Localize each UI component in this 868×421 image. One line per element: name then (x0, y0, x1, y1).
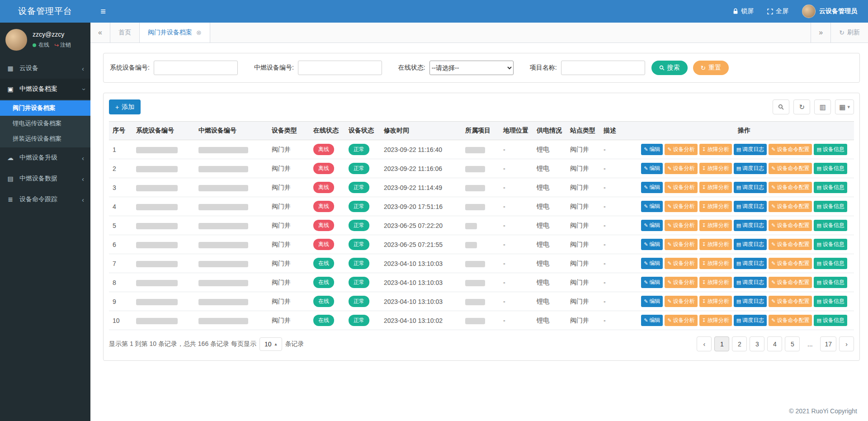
action-edit-button[interactable]: ✎编辑 (641, 239, 663, 250)
action-device-command-config-button[interactable]: ✎设备命令配置 (769, 277, 812, 288)
action-device-info-button[interactable]: ▤设备信息 (814, 201, 847, 212)
reset-button[interactable]: ↻ 重置 (693, 61, 729, 75)
sidebar-item-device-upgrade[interactable]: ☁ 中燃设备升级 ‹ (0, 147, 90, 168)
action-device-info-button[interactable]: ▤设备信息 (814, 258, 847, 269)
tab-valve-well-archive[interactable]: 阀门井设备档案 ⊗ (140, 23, 210, 43)
action-edit-button[interactable]: ✎编辑 (641, 315, 663, 326)
toolbar-refresh-button[interactable]: ↻ (793, 99, 810, 114)
action-dispatch-log-button[interactable]: ▤调度日志 (734, 182, 767, 193)
action-device-info-button[interactable]: ▤设备信息 (814, 182, 847, 193)
action-fault-analysis-button[interactable]: ↧故障分析 (699, 277, 732, 288)
action-device-info-button[interactable]: ▤设备信息 (814, 144, 847, 155)
tabs-scroll-right-button[interactable]: » (811, 23, 830, 43)
page-button-4[interactable]: 4 (767, 336, 782, 351)
tab-home[interactable]: 首页 (110, 23, 140, 43)
sidebar-item-device-data[interactable]: ▤ 中燃设备数据 ‹ (0, 168, 90, 189)
action-device-analysis-button[interactable]: ✎设备分析 (665, 220, 697, 231)
action-device-info-button[interactable]: ▤设备信息 (814, 163, 847, 174)
action-device-command-config-button[interactable]: ✎设备命令配置 (769, 258, 812, 269)
system-device-no-input[interactable] (154, 61, 238, 75)
sidebar-item-command-track[interactable]: ≣ 设备命令跟踪 ‹ (0, 189, 90, 210)
action-fault-analysis-button[interactable]: ↧故障分析 (699, 201, 732, 212)
action-device-info-button[interactable]: ▤设备信息 (814, 277, 847, 288)
search-button[interactable]: 搜索 (651, 61, 688, 75)
zhongran-device-no-input[interactable] (298, 61, 382, 75)
sidebar-toggle-button[interactable]: ≡ (90, 0, 116, 23)
action-edit-button[interactable]: ✎编辑 (641, 258, 663, 269)
action-fault-analysis-button[interactable]: ↧故障分析 (699, 182, 732, 193)
online-status-select[interactable]: --请选择-- (429, 61, 514, 75)
action-device-command-config-button[interactable]: ✎设备命令配置 (769, 144, 812, 155)
action-device-info-button[interactable]: ▤设备信息 (814, 296, 847, 307)
action-fault-analysis-button[interactable]: ↧故障分析 (699, 163, 732, 174)
action-device-command-config-button[interactable]: ✎设备命令配置 (769, 163, 812, 174)
cell-project (462, 311, 500, 330)
page-button-1[interactable]: 1 (714, 336, 729, 351)
action-dispatch-log-button[interactable]: ▤调度日志 (734, 296, 767, 307)
user-menu[interactable]: 云设备管理员 (802, 5, 857, 18)
sidebar-item-assembled-remote-archive[interactable]: 拼装远传设备档案 (0, 131, 90, 147)
action-edit-button[interactable]: ✎编辑 (641, 220, 663, 231)
action-device-analysis-button[interactable]: ✎设备分析 (665, 239, 697, 250)
lock-screen-button[interactable]: 锁屏 (733, 7, 754, 15)
action-device-analysis-button[interactable]: ✎设备分析 (665, 163, 697, 174)
page-button-5[interactable]: 5 (785, 336, 800, 351)
action-dispatch-log-button[interactable]: ▤调度日志 (734, 163, 767, 174)
fullscreen-button[interactable]: 全屏 (767, 7, 788, 15)
toolbar-card-view-button[interactable]: ▥ (814, 99, 831, 114)
action-dispatch-log-button[interactable]: ▤调度日志 (734, 277, 767, 288)
refresh-tab-button[interactable]: ↻ 刷新 (830, 23, 868, 43)
action-edit-button[interactable]: ✎编辑 (641, 201, 663, 212)
action-dispatch-log-button[interactable]: ▤调度日志 (734, 144, 767, 155)
action-device-command-config-button[interactable]: ✎设备命令配置 (769, 315, 812, 326)
toolbar-search-button[interactable] (773, 99, 789, 114)
action-device-analysis-button[interactable]: ✎设备分析 (665, 144, 697, 155)
action-dispatch-log-button[interactable]: ▤调度日志 (734, 315, 767, 326)
action-edit-button[interactable]: ✎编辑 (641, 163, 663, 174)
sidebar-item-lithium-remote-archive[interactable]: 锂电远传设备档案 (0, 116, 90, 131)
action-device-command-config-button[interactable]: ✎设备命令配置 (769, 201, 812, 212)
action-fault-analysis-button[interactable]: ↧故障分析 (699, 220, 732, 231)
action-device-command-config-button[interactable]: ✎设备命令配置 (769, 220, 812, 231)
page-next-button[interactable]: › (839, 336, 854, 351)
action-dispatch-log-button[interactable]: ▤调度日志 (734, 220, 767, 231)
action-edit-button[interactable]: ✎编辑 (641, 182, 663, 193)
logout-link[interactable]: ↪ 注销 (54, 41, 71, 49)
sidebar-item-valve-well-archive[interactable]: 阀门井设备档案 (0, 100, 90, 116)
action-device-info-button[interactable]: ▤设备信息 (814, 315, 847, 326)
sidebar-item-zhongran-archive[interactable]: ▣ 中燃设备档案 ‹ (0, 79, 90, 99)
action-fault-analysis-button[interactable]: ↧故障分析 (699, 239, 732, 250)
action-device-analysis-button[interactable]: ✎设备分析 (665, 315, 697, 326)
action-device-analysis-button[interactable]: ✎设备分析 (665, 277, 697, 288)
page-size-select[interactable]: 10 ▴ (259, 337, 282, 351)
action-device-analysis-button[interactable]: ✎设备分析 (665, 201, 697, 212)
action-fault-analysis-button[interactable]: ↧故障分析 (699, 315, 732, 326)
action-device-analysis-button[interactable]: ✎设备分析 (665, 258, 697, 269)
action-fault-analysis-button[interactable]: ↧故障分析 (699, 144, 732, 155)
action-dispatch-log-button[interactable]: ▤调度日志 (734, 201, 767, 212)
page-button-3[interactable]: 3 (750, 336, 764, 351)
action-device-info-button[interactable]: ▤设备信息 (814, 220, 847, 231)
action-edit-button[interactable]: ✎编辑 (641, 277, 663, 288)
action-fault-analysis-button[interactable]: ↧故障分析 (699, 258, 732, 269)
action-device-command-config-button[interactable]: ✎设备命令配置 (769, 296, 812, 307)
add-button[interactable]: + 添加 (109, 99, 141, 114)
action-edit-button[interactable]: ✎编辑 (641, 296, 663, 307)
action-device-analysis-button[interactable]: ✎设备分析 (665, 182, 697, 193)
page-button-17[interactable]: 17 (820, 336, 836, 351)
page-prev-button[interactable]: ‹ (697, 336, 712, 351)
project-name-input[interactable] (561, 61, 645, 75)
action-device-info-button[interactable]: ▤设备信息 (814, 239, 847, 250)
action-dispatch-log-button[interactable]: ▤调度日志 (734, 258, 767, 269)
tabs-scroll-left-button[interactable]: « (90, 23, 110, 43)
action-device-analysis-button[interactable]: ✎设备分析 (665, 296, 697, 307)
page-button-2[interactable]: 2 (732, 336, 747, 351)
action-dispatch-log-button[interactable]: ▤调度日志 (734, 239, 767, 250)
action-device-command-config-button[interactable]: ✎设备命令配置 (769, 239, 812, 250)
toolbar-columns-button[interactable]: ▦ ▾ (835, 99, 854, 114)
action-fault-analysis-button[interactable]: ↧故障分析 (699, 296, 732, 307)
action-edit-button[interactable]: ✎编辑 (641, 144, 663, 155)
close-tab-icon[interactable]: ⊗ (196, 29, 202, 36)
sidebar-item-cloud-device[interactable]: ▦ 云设备 ‹ (0, 58, 90, 79)
action-device-command-config-button[interactable]: ✎设备命令配置 (769, 182, 812, 193)
